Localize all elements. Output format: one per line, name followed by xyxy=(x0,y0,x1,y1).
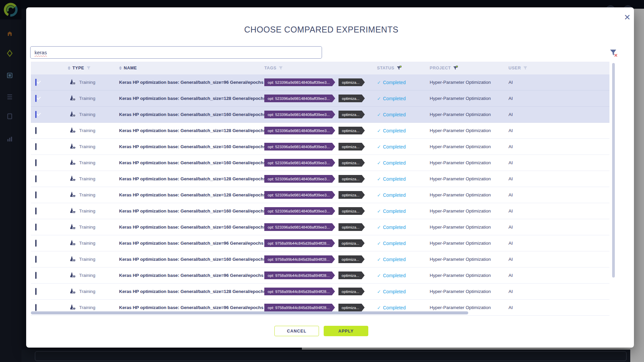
table-row[interactable]: Training Keras HP optimization base: Gen… xyxy=(31,284,609,300)
experiment-name: Keras HP optimization base: General/batc… xyxy=(119,96,264,101)
close-icon[interactable]: ✕ xyxy=(623,13,632,22)
completed-check-icon: ✓ xyxy=(377,305,381,310)
row-checkbox[interactable] xyxy=(35,304,37,311)
completed-check-icon: ✓ xyxy=(377,144,381,149)
project-name: Hyper-Parameter Optimization xyxy=(430,160,508,165)
completed-check-icon: ✓ xyxy=(377,208,381,214)
experiment-name: Keras HP optimization base: General/batc… xyxy=(119,144,264,149)
experiment-name: Keras HP optimization base: General/batc… xyxy=(119,289,264,294)
column-header-user[interactable]: USER xyxy=(508,66,609,71)
table-row[interactable]: Training Keras HP optimization base: Gen… xyxy=(31,74,609,90)
apply-button[interactable]: APPLY xyxy=(324,326,368,336)
table-row[interactable]: Training Keras HP optimization base: Gen… xyxy=(31,251,609,267)
search-input-value: keras xyxy=(35,50,47,55)
column-label: NAME xyxy=(124,66,137,70)
status-label: Completed xyxy=(383,144,406,149)
column-header-name[interactable]: NAME xyxy=(119,66,264,70)
experiments-table: TYPE NAMETAGS STATUS PROJECT USER xyxy=(31,62,609,319)
optimization-tag: optimiza... xyxy=(338,127,365,134)
status-label: Completed xyxy=(383,289,406,294)
row-checkbox[interactable] xyxy=(35,159,37,166)
experiment-type-label: Training xyxy=(79,305,95,310)
user-name: AI xyxy=(508,305,609,310)
filter-funnel-icon[interactable] xyxy=(278,66,283,71)
training-type-icon xyxy=(69,95,76,102)
row-checkbox[interactable] xyxy=(35,191,37,198)
table-row[interactable]: Training Keras HP optimization base: Gen… xyxy=(31,267,609,284)
table-row[interactable]: Training Keras HP optimization base: Gen… xyxy=(31,139,609,155)
table-row[interactable]: Training Keras HP optimization base: Gen… xyxy=(31,235,609,251)
opt-tag: opt: 523396a9d98148408aff39ee3... xyxy=(264,191,335,199)
row-checkbox[interactable] xyxy=(35,95,37,102)
sort-icon[interactable] xyxy=(68,66,70,70)
optimization-tag: optimiza... xyxy=(338,175,365,183)
experiment-name: Keras HP optimization base: General/batc… xyxy=(119,80,264,85)
experiment-type-label: Training xyxy=(79,176,95,181)
table-row[interactable]: Training Keras HP optimization base: Gen… xyxy=(31,107,609,123)
filter-funnel-icon[interactable] xyxy=(396,66,401,71)
table-row[interactable]: Training Keras HP optimization base: Gen… xyxy=(31,123,609,139)
experiment-name: Keras HP optimization base: General/batc… xyxy=(119,273,264,278)
row-checkbox[interactable] xyxy=(35,111,37,118)
column-header-project[interactable]: PROJECT xyxy=(430,66,508,71)
table-row[interactable]: Training Keras HP optimization base: Gen… xyxy=(31,203,609,219)
opt-tag: opt: 523396a9d98148408aff39ee3... xyxy=(264,159,335,167)
completed-check-icon: ✓ xyxy=(377,225,381,230)
optimization-tag: optimiza... xyxy=(338,191,365,199)
project-name: Hyper-Parameter Optimization xyxy=(430,257,508,262)
column-header-status[interactable]: STATUS xyxy=(377,66,430,71)
project-name: Hyper-Parameter Optimization xyxy=(430,128,508,133)
table-row[interactable]: Training Keras HP optimization base: Gen… xyxy=(31,155,609,171)
opt-tag: opt: 523396a9d98148408aff39ee3... xyxy=(264,175,335,183)
project-name: Hyper-Parameter Optimization xyxy=(430,176,508,181)
opt-tag: opt: 9758a99b44c845d39a894ff28... xyxy=(264,288,335,295)
training-type-icon xyxy=(69,176,76,182)
completed-check-icon: ✓ xyxy=(377,96,381,101)
experiment-name: Keras HP optimization base: General/batc… xyxy=(119,305,264,310)
optimization-tag: optimiza... xyxy=(338,78,365,86)
training-type-icon xyxy=(69,224,76,231)
user-name: AI xyxy=(508,289,609,294)
optimization-tag: optimiza... xyxy=(338,159,365,167)
row-checkbox[interactable] xyxy=(35,288,37,295)
clear-filters-icon[interactable] xyxy=(608,47,619,58)
horizontal-scrollbar[interactable] xyxy=(31,311,468,314)
row-checkbox[interactable] xyxy=(35,272,37,279)
opt-tag: opt: 9758a99b44c845d39a894ff28... xyxy=(264,239,335,247)
row-checkbox[interactable] xyxy=(35,207,37,215)
training-type-icon xyxy=(69,127,76,134)
opt-tag: opt: 523396a9d98148408aff39ee3... xyxy=(264,111,335,118)
row-checkbox[interactable] xyxy=(35,175,37,182)
row-checkbox[interactable] xyxy=(35,79,37,86)
table-row[interactable]: Training Keras HP optimization base: Gen… xyxy=(31,219,609,235)
row-checkbox[interactable] xyxy=(35,224,37,231)
table-row[interactable]: Training Keras HP optimization base: Gen… xyxy=(31,187,609,203)
vertical-scrollbar[interactable] xyxy=(612,63,615,278)
table-row[interactable]: Training Keras HP optimization base: Gen… xyxy=(31,90,609,107)
training-type-icon xyxy=(69,79,76,86)
experiment-type-label: Training xyxy=(79,96,95,101)
column-header-type[interactable]: TYPE xyxy=(68,66,119,71)
status-label: Completed xyxy=(383,241,406,246)
table-row[interactable]: Training Keras HP optimization base: Gen… xyxy=(31,171,609,187)
filter-funnel-icon[interactable] xyxy=(86,66,91,71)
row-checkbox[interactable] xyxy=(35,240,37,247)
sort-icon[interactable] xyxy=(119,66,122,70)
filter-funnel-icon[interactable] xyxy=(453,66,458,71)
choose-compared-experiments-dialog: ✕ CHOOSE COMPARED EXPERIMENTS keras TYPE… xyxy=(26,7,634,348)
experiment-type-label: Training xyxy=(79,257,95,262)
row-checkbox[interactable] xyxy=(35,143,37,150)
column-header-tags[interactable]: TAGS xyxy=(264,66,377,71)
filter-funnel-icon[interactable] xyxy=(523,66,528,71)
cancel-button[interactable]: CANCEL xyxy=(274,326,319,336)
completed-check-icon: ✓ xyxy=(377,80,381,85)
row-checkbox[interactable] xyxy=(35,127,37,134)
experiment-type-label: Training xyxy=(79,192,95,197)
experiment-type-label: Training xyxy=(79,273,95,278)
row-checkbox[interactable] xyxy=(35,256,37,263)
user-name: AI xyxy=(508,144,609,149)
search-input[interactable]: keras xyxy=(30,46,322,59)
training-type-icon xyxy=(69,288,76,295)
experiment-type-label: Training xyxy=(79,241,95,246)
optimization-tag: optimiza... xyxy=(338,111,365,118)
